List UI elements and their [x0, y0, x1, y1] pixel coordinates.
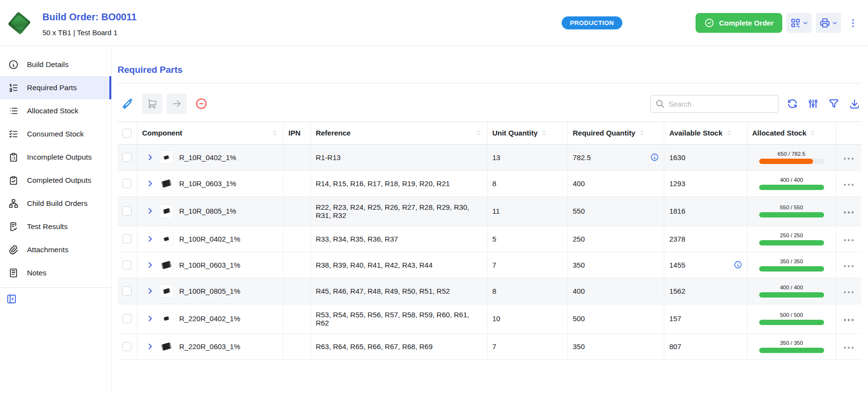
column-header-component[interactable]: Component: [137, 122, 283, 145]
row-actions-button[interactable]: [842, 317, 856, 323]
row-actions-button[interactable]: [842, 263, 856, 270]
part-thumbnail[interactable]: [7, 11, 32, 36]
resistor-chip-image: [164, 236, 170, 241]
column-header-ipn[interactable]: IPN: [283, 122, 311, 145]
available-stock-value: 1816: [669, 207, 685, 215]
sidebar-item-label: Completed Outputs: [27, 176, 92, 185]
row-checkbox[interactable]: [122, 153, 132, 162]
info-icon[interactable]: [650, 153, 659, 162]
allocated-progress-label: 550 / 550: [780, 204, 803, 210]
reference-cell: R22, R23, R24, R25, R26, R27, R28, R29, …: [311, 196, 487, 226]
sidebar-item-build-details[interactable]: Build Details: [0, 53, 111, 76]
column-header-reference[interactable]: Reference: [311, 122, 487, 145]
dots-vertical-icon: [848, 18, 858, 28]
expand-row-icon[interactable]: [146, 235, 154, 243]
table-row: R_220R_0603_1% R63, R64, R65, R66, R67, …: [118, 333, 861, 359]
row-actions-button[interactable]: [842, 289, 856, 296]
filter-button[interactable]: [827, 97, 841, 110]
refresh-button[interactable]: [786, 97, 799, 110]
sidebar-item-incomplete-outputs[interactable]: Incomplete Outputs: [0, 146, 111, 169]
allocated-progress-label: 650 / 782.5: [777, 151, 805, 157]
component-name[interactable]: R_10R_0603_1%: [179, 179, 236, 188]
row-actions-button[interactable]: [842, 209, 856, 216]
row-actions-button[interactable]: [842, 156, 856, 162]
column-header-required-quantity[interactable]: Required Quantity: [567, 122, 664, 145]
filter-icon: [828, 98, 840, 109]
expand-row-icon[interactable]: [146, 207, 154, 215]
column-header-unit-quantity[interactable]: Unit Quantity: [487, 122, 567, 145]
sidebar-item-consumed-stock[interactable]: Consumed Stock: [0, 122, 111, 146]
reference-cell: R38, R39, R40, R41, R42, R43, R44: [311, 252, 487, 278]
collapse-sidebar-button[interactable]: [6, 292, 25, 306]
transfer-stock-button[interactable]: [167, 94, 187, 114]
component-name[interactable]: R_220R_0402_1%: [179, 314, 240, 323]
row-checkbox[interactable]: [122, 206, 132, 216]
unit-quantity-cell: 8: [487, 170, 567, 196]
build-order-sidebar: Build Details Required Parts Allocated S…: [0, 46, 112, 394]
expand-row-icon[interactable]: [146, 287, 154, 295]
search-input[interactable]: [669, 100, 773, 108]
column-label: Unit Quantity: [492, 129, 538, 137]
download-icon: [849, 98, 860, 109]
component-thumbnail: [160, 258, 173, 271]
component-name[interactable]: R_100R_0805_1%: [179, 287, 240, 295]
sort-icon: [725, 129, 733, 136]
complete-order-button[interactable]: Complete Order: [696, 13, 782, 33]
auto-allocate-button[interactable]: [118, 94, 138, 114]
expand-row-icon[interactable]: [146, 261, 154, 269]
row-actions-button[interactable]: [842, 345, 856, 351]
sidebar-item-required-parts[interactable]: Required Parts: [0, 76, 111, 99]
column-header-available-stock[interactable]: Available Stock: [664, 122, 747, 145]
sidebar-item-notes[interactable]: Notes: [0, 261, 111, 285]
expand-row-icon[interactable]: [146, 314, 154, 323]
sort-icon: [638, 129, 645, 136]
info-icon[interactable]: [734, 260, 742, 269]
table-settings-button[interactable]: [806, 97, 820, 110]
print-actions-button[interactable]: [816, 13, 841, 33]
sidebar-item-child-build-orders[interactable]: Child Build Orders: [0, 192, 111, 215]
sidebar-item-test-results[interactable]: Test Results: [0, 215, 111, 238]
row-checkbox[interactable]: [122, 314, 132, 323]
circle-minus-icon: [195, 97, 208, 110]
select-all-checkbox[interactable]: [122, 129, 132, 138]
more-actions-button[interactable]: [848, 13, 858, 33]
component-name[interactable]: R_100R_0402_1%: [179, 235, 240, 243]
allocated-progress-label: 500 / 500: [780, 312, 803, 318]
component-name[interactable]: R_10R_0805_1%: [179, 207, 236, 215]
component-name[interactable]: R_220R_0603_1%: [179, 342, 240, 351]
sidebar-item-label: Required Parts: [27, 83, 77, 92]
row-checkbox[interactable]: [122, 286, 132, 296]
reference-cell: R1-R13: [311, 144, 487, 170]
allocated-progress-label: 400 / 400: [780, 285, 803, 290]
title-block: Build Order: BO0011 50 x TB1 | Test Boar…: [42, 10, 137, 37]
available-stock-value: 2378: [669, 235, 685, 243]
column-header-allocated-stock[interactable]: Allocated Stock: [747, 122, 836, 145]
component-name[interactable]: R_100R_0603_1%: [179, 261, 240, 269]
resistor-chip-image: [164, 155, 170, 160]
row-actions-button[interactable]: [842, 237, 856, 244]
sidebar-item-label: Consumed Stock: [27, 130, 84, 138]
component-name[interactable]: R_10R_0402_1%: [179, 153, 236, 162]
row-checkbox[interactable]: [122, 234, 132, 244]
sidebar-item-allocated-stock[interactable]: Allocated Stock: [0, 99, 111, 122]
row-checkbox[interactable]: [122, 260, 132, 270]
row-checkbox[interactable]: [122, 179, 132, 188]
resistor-chip-image: [161, 179, 172, 187]
unit-quantity-cell: 11: [487, 196, 567, 226]
ipn-cell: [283, 196, 311, 226]
order-required-parts-button[interactable]: [142, 94, 162, 114]
row-actions-button[interactable]: [842, 182, 856, 188]
row-checkbox[interactable]: [122, 342, 132, 351]
sidebar-item-completed-outputs[interactable]: Completed Outputs: [0, 169, 111, 192]
expand-row-icon[interactable]: [146, 153, 154, 162]
download-button[interactable]: [848, 97, 861, 110]
sidebar-item-attachments[interactable]: Attachments: [0, 238, 111, 261]
expand-row-icon[interactable]: [146, 179, 154, 188]
section-divider: [118, 83, 861, 83]
expand-row-icon[interactable]: [146, 342, 154, 351]
barcode-actions-button[interactable]: [787, 13, 812, 33]
status-badge: PRODUCTION: [562, 16, 622, 29]
deallocate-stock-button[interactable]: [191, 94, 211, 114]
section-title: Required Parts: [118, 65, 861, 75]
table-row: R_220R_0402_1% R53, R54, R55, R56, R57, …: [118, 304, 861, 333]
